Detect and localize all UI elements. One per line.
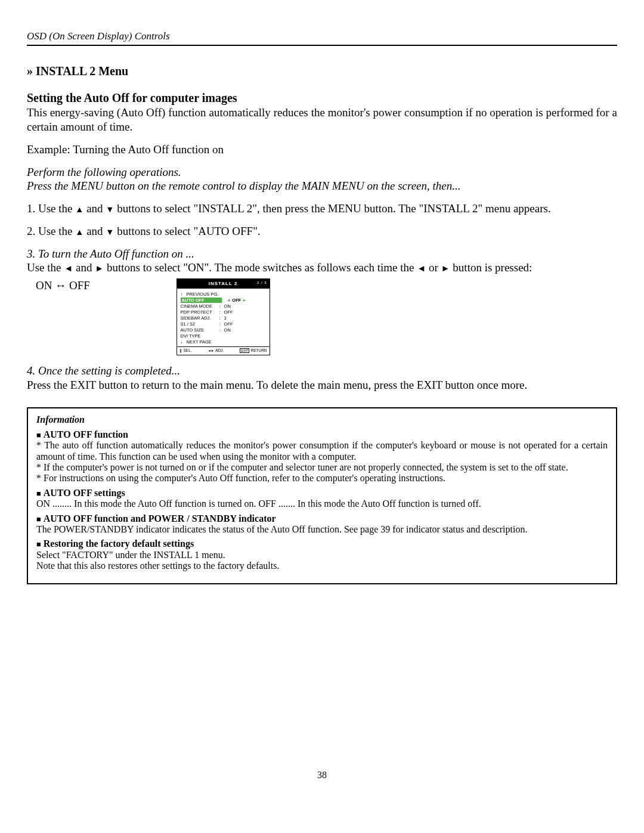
- press-menu-line: Press the MENU button on the remote cont…: [27, 179, 617, 193]
- osd-foot-return: RETURN: [250, 348, 267, 352]
- step1-c: buttons to select "INSTALL 2", then pres…: [114, 202, 550, 215]
- osd-val: ON: [224, 327, 231, 333]
- information-box: Information AUTO OFF function * The auto…: [27, 407, 617, 584]
- osd-row: DVI TYPE: [181, 333, 266, 339]
- intro-paragraph: This energy-saving (Auto Off) function a…: [27, 106, 617, 134]
- osd-key: SIDEBAR ADJ.: [181, 315, 219, 321]
- osd-next-label: NEXT PAGE: [187, 339, 212, 345]
- osd-footer: SEL. ADJ. EXITRETURN: [177, 346, 270, 355]
- osd-prev-page: ↑PREVIOUS PG.: [181, 292, 266, 297]
- left-icon: [417, 261, 426, 274]
- info-sub-4: Restoring the factory default settings: [36, 538, 608, 549]
- info-p1a: * The auto off function automatically re…: [36, 440, 608, 462]
- osd-prev-label: PREVIOUS PG.: [187, 292, 219, 297]
- osd-val-selected: ◄ OFF ►: [227, 298, 247, 303]
- osd-row-auto-off: AUTO OFF:◄ OFF ►: [181, 298, 266, 303]
- osd-body: ↑PREVIOUS PG. AUTO OFF:◄ OFF ► CINEMA MO…: [177, 289, 270, 346]
- osd-title-text: INSTALL 2: [209, 281, 238, 286]
- osd-key-selected: AUTO OFF: [181, 298, 222, 303]
- osd-title: INSTALL 2 2 / 3: [177, 279, 270, 289]
- info-p2: ON ........ In this mode the Auto Off fu…: [36, 498, 608, 509]
- up-icon: [75, 225, 83, 237]
- step1-a: 1. Use the: [27, 202, 75, 215]
- osd-key: DVI TYPE: [181, 333, 219, 339]
- osd-key: CINEMA MODE: [181, 304, 219, 309]
- osd-val: 3: [224, 315, 227, 321]
- page-header: OSD (On Screen Display) Controls: [27, 30, 617, 42]
- osd-row: PDP PROTECT:OFF: [181, 309, 266, 315]
- info-p4b: Note that this also restores other setti…: [36, 561, 608, 571]
- info-sub-1: AUTO OFF function: [36, 429, 608, 440]
- down-icon: [106, 202, 114, 215]
- osd-foot-adj: ADJ.: [215, 348, 224, 352]
- right-icon: [95, 261, 104, 274]
- info-p1b: * If the computer's power is not turned …: [36, 462, 608, 473]
- up-icon: [75, 202, 83, 215]
- square-icon: [36, 513, 44, 524]
- info-sub3-text: AUTO OFF function and POWER / STANDBY in…: [44, 513, 276, 524]
- step3-d: or: [426, 261, 441, 274]
- left-icon: [64, 261, 73, 274]
- square-icon: [36, 429, 44, 439]
- step2-c: buttons to select "AUTO OFF".: [114, 225, 260, 237]
- info-sub-3: AUTO OFF function and POWER / STANDBY in…: [36, 513, 608, 524]
- osd-val0: OFF: [232, 298, 241, 303]
- example-line: Example: Turning the Auto Off function o…: [27, 143, 617, 157]
- updown-icon: [179, 348, 182, 353]
- perform-line: Perform the following operations.: [27, 165, 617, 179]
- menu-heading: » INSTALL 2 Menu: [27, 64, 617, 79]
- page-number: 38: [27, 769, 617, 781]
- osd-val: OFF: [224, 309, 233, 315]
- step-3-body: Use the and buttons to select "ON". The …: [27, 261, 617, 275]
- info-p3: The POWER/STANDBY indicator indicates th…: [36, 524, 608, 535]
- osd-key: AUTO SIZE: [181, 327, 219, 333]
- osd-next-page: ↓NEXT PAGE: [181, 339, 266, 345]
- osd-row: CINEMA MODE:ON: [181, 304, 266, 309]
- leftright-icon: [208, 348, 215, 352]
- osd-row: AUTO SIZE:ON: [181, 327, 266, 333]
- step-4-body: Press the EXIT button to return to the m…: [27, 378, 617, 392]
- square-icon: [36, 488, 44, 498]
- step-4-heading: 4. Once the setting is completed...: [27, 364, 617, 378]
- step2-a: 2. Use the: [27, 225, 75, 237]
- osd-menu-mock: INSTALL 2 2 / 3 ↑PREVIOUS PG. AUTO OFF:◄…: [177, 278, 270, 355]
- step3-b: and: [73, 261, 95, 274]
- osd-foot-sel: SEL.: [184, 348, 192, 352]
- info-p4a: Select "FACTORY" under the INSTALL 1 men…: [36, 550, 608, 561]
- osd-key: S1 / S2: [181, 321, 219, 327]
- osd-key: PDP PROTECT: [181, 309, 219, 315]
- step3-e: button is pressed:: [450, 261, 532, 274]
- osd-val: OFF: [224, 321, 233, 327]
- step-3-heading: 3. To turn the Auto Off function on ...: [27, 247, 617, 261]
- info-sub2-text: AUTO OFF settings: [44, 488, 125, 498]
- exit-icon: EXIT: [240, 348, 249, 353]
- info-sub1-text: AUTO OFF function: [44, 429, 128, 439]
- info-p1c: * For instructions on using the computer…: [36, 473, 608, 484]
- right-icon: [441, 261, 450, 274]
- osd-page-indicator: 2 / 3: [257, 281, 267, 285]
- step3-a: Use the: [27, 261, 64, 274]
- header-rule: [27, 45, 617, 46]
- info-heading: Information: [36, 414, 608, 425]
- osd-row: SIDEBAR ADJ.:3: [181, 315, 266, 321]
- on-off-toggle-text: ON ↔ OFF: [36, 279, 90, 292]
- step2-b: and: [83, 225, 106, 237]
- step-1: 1. Use the and buttons to select "INSTAL…: [27, 202, 617, 216]
- square-icon: [36, 538, 44, 549]
- step1-b: and: [83, 202, 106, 215]
- down-icon: [106, 225, 114, 237]
- step-2: 2. Use the and buttons to select "AUTO O…: [27, 224, 617, 239]
- sub-heading: Setting the Auto Off for computer images: [27, 91, 617, 106]
- osd-val: ON: [224, 304, 231, 309]
- osd-row: S1 / S2:OFF: [181, 321, 266, 327]
- step3-c: buttons to select "ON". The mode switche…: [104, 261, 417, 274]
- info-sub4-text: Restoring the factory default settings: [44, 538, 194, 549]
- info-sub-2: AUTO OFF settings: [36, 488, 608, 498]
